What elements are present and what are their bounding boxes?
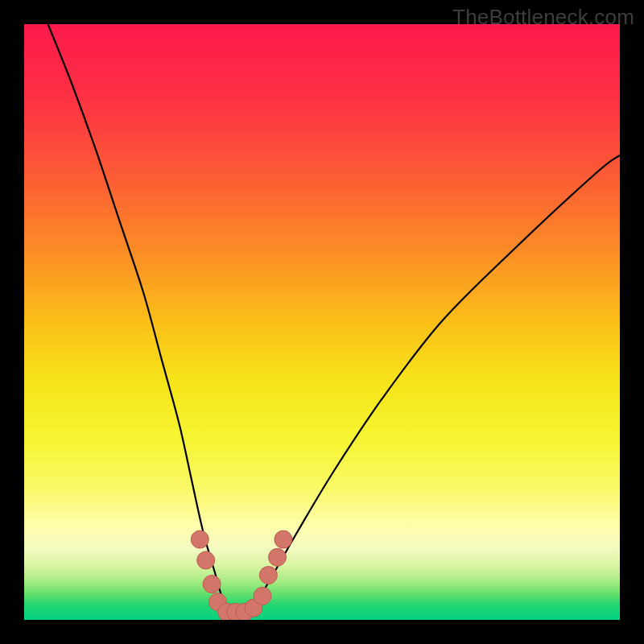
dot-marker — [203, 576, 221, 593]
dot-marker — [197, 551, 215, 569]
dot-marker — [259, 567, 277, 584]
bottleneck-chart — [24, 24, 620, 620]
dot-marker — [269, 548, 287, 566]
dot-marker — [191, 530, 208, 548]
plot-area — [24, 24, 620, 620]
chart-frame: TheBottleneck.com — [0, 0, 644, 644]
dot-marker — [275, 530, 292, 548]
dot-marker — [254, 587, 271, 605]
gradient-background — [24, 24, 620, 620]
